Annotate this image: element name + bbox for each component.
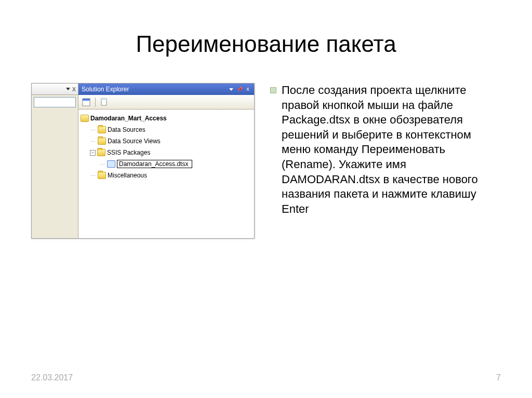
dropdown-icon[interactable] — [66, 88, 70, 90]
content-area: X Solution Explorer 📌 X — [0, 67, 532, 239]
tree-package-node[interactable]: ⋯ — [81, 158, 252, 170]
svg-rect-1 — [83, 99, 90, 101]
tree-label: Miscellaneous — [108, 172, 147, 179]
tree-connector-icon: ⋯ — [90, 127, 96, 133]
tree-label: Data Sources — [108, 126, 145, 133]
project-icon — [81, 115, 89, 122]
tree-miscellaneous[interactable]: ⋯ Miscellaneous — [81, 170, 252, 181]
bullet-item: После создания проекта щелкните правой к… — [270, 83, 501, 216]
folder-icon — [97, 149, 105, 156]
folder-icon — [98, 172, 106, 179]
toolbar — [78, 95, 254, 109]
show-all-icon[interactable] — [100, 98, 109, 107]
left-panel-body — [32, 95, 78, 238]
dropdown-icon[interactable] — [228, 86, 234, 92]
tree-label: SSIS Packages — [107, 149, 150, 156]
left-column: X Solution Explorer 📌 X — [31, 83, 255, 239]
bullet-icon — [270, 87, 276, 93]
close-icon[interactable]: X — [72, 86, 76, 92]
tree-view[interactable]: Damodaran_Mart_Access ⋯ Data Sources ⋯ D… — [78, 109, 254, 238]
slide-footer: 22.03.2017 7 — [0, 373, 532, 382]
pin-icon[interactable]: 📌 — [236, 86, 243, 92]
body-text: После создания проекта щелкните правой к… — [282, 83, 501, 216]
tree-connector-icon: ⋯ — [90, 173, 96, 179]
package-icon — [107, 160, 115, 168]
tree-data-sources[interactable]: ⋯ Data Sources — [81, 124, 252, 135]
left-panel-header: X — [32, 84, 78, 95]
folder-icon — [98, 138, 106, 145]
titlebar-controls: 📌 X — [228, 86, 251, 92]
footer-date: 22.03.2017 — [31, 373, 73, 382]
left-docked-panel: X — [32, 84, 78, 238]
tree-ssis-packages[interactable]: − SSIS Packages — [81, 147, 252, 158]
collapse-icon[interactable]: − — [90, 150, 96, 156]
tree-label: Data Source Views — [108, 138, 161, 145]
close-icon[interactable]: X — [245, 86, 251, 92]
solution-explorer-title: Solution Explorer — [82, 86, 129, 93]
tree-connector-icon: ⋯ — [90, 139, 96, 144]
folder-icon — [98, 126, 106, 133]
slide-title: Переименование пакета — [0, 0, 532, 67]
svg-rect-3 — [101, 99, 107, 100]
solution-explorer-titlebar: Solution Explorer 📌 X — [78, 84, 254, 95]
rename-input[interactable] — [117, 160, 192, 168]
empty-input[interactable] — [34, 97, 76, 107]
tree-connector-icon: ⋯ — [99, 161, 105, 167]
tree-data-source-views[interactable]: ⋯ Data Source Views — [81, 135, 252, 147]
properties-icon[interactable] — [82, 98, 91, 107]
toolbar-divider — [95, 98, 96, 107]
solution-explorer-panel: Solution Explorer 📌 X — [78, 84, 254, 238]
tree-project-node[interactable]: Damodaran_Mart_Access — [81, 113, 252, 124]
footer-page: 7 — [496, 373, 501, 382]
project-label: Damodaran_Mart_Access — [90, 115, 167, 122]
solution-explorer-screenshot: X Solution Explorer 📌 X — [31, 83, 255, 239]
right-column: После создания проекта щелкните правой к… — [270, 83, 501, 239]
